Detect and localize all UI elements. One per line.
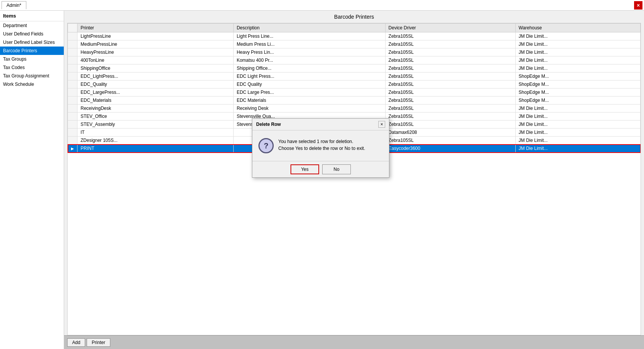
col-header-warehouse: Warehouse [515,24,640,32]
dialog-question-icon: ? [258,138,274,153]
row-printer: EDC_LargePress... [77,88,234,96]
sidebar-item-work-schedule[interactable]: Work Schedule [0,80,64,88]
dialog-yes-button[interactable]: Yes [291,164,319,174]
table-row[interactable]: ReceivingDeskReceiving DeskZebra105SLJM … [68,105,641,113]
sidebar-item-user-defined-fields[interactable]: User Defined Fields [0,30,64,38]
window-close-button[interactable]: × [634,1,642,10]
row-printer: LightPressLine [77,32,234,40]
sidebar-item-tax-groups[interactable]: Tax Groups [0,55,64,63]
sidebar-item-barcode-printers[interactable]: Barcode Printers [0,47,64,55]
main-panel: Barcode Printers Printer Description Dev… [64,11,644,349]
dialog-close-button[interactable]: × [378,121,385,128]
add-button[interactable]: Add [67,338,85,347]
content-area: Items Department User Defined Fields Use… [0,11,644,349]
row-device_driver: Zebra105SL [385,105,515,113]
row-warehouse: JM Die Limit... [515,113,640,121]
dialog-titlebar: Delete Row × [252,119,389,130]
table-row[interactable]: EDC_QualityEDC QualityZebra105SLShopEdge… [68,80,641,88]
row-warehouse: ShopEdge M... [515,96,640,105]
row-printer: STEV_Office [77,113,234,121]
dialog-body: ? You have selected 1 row for deletion. … [252,130,389,161]
row-selector-cell [68,105,77,113]
row-description: EDC Light Press... [233,72,385,80]
row-warehouse: ShopEdge M... [515,88,640,96]
row-device_driver: Zebra105SL [385,80,515,88]
dialog-message: You have selected 1 row for deletion. Ch… [278,138,365,152]
col-header-printer: Printer [77,24,234,32]
table-row[interactable]: LightPressLineLight Press Line...Zebra10… [68,32,641,40]
tab-modified: * [19,3,21,8]
sidebar-item-tax-codes[interactable]: Tax Codes [0,63,64,72]
row-device_driver: Zebra105SL [385,32,515,40]
row-selector-cell [68,121,77,129]
row-selector-cell [68,40,77,48]
row-selector-cell [68,88,77,96]
title-bar: Admin* × [0,0,644,11]
panel-title: Barcode Printers [64,11,644,23]
row-device_driver: Zebra105SL [385,40,515,48]
row-selector-cell [68,64,77,72]
row-selector-cell [68,80,77,88]
table-row[interactable]: HeavyPressLineHeavy Press Lin...Zebra105… [68,48,641,56]
sidebar-item-user-defined-label-sizes[interactable]: User Defined Label Sizes [0,38,64,47]
dialog-no-button[interactable]: No [322,164,351,174]
row-device_driver: Zebra105SL [385,121,515,129]
row-device_driver: Zebra105SL [385,72,515,80]
row-printer: ZDesigner 105S... [77,137,234,145]
row-selector-cell [68,56,77,64]
row-printer: ShippingOffice [77,64,234,72]
row-printer: HeavyPressLine [77,48,234,56]
row-warehouse: JM Die Limit... [515,64,640,72]
row-warehouse: JM Die Limit... [515,105,640,113]
row-description: EDC Materials [233,96,385,105]
col-header-selector [68,24,77,32]
table-row[interactable]: EDC_LightPress...EDC Light Press...Zebra… [68,72,641,80]
table-row[interactable]: MediumPressLineMedium Press Li...Zebra10… [68,40,641,48]
row-description: Medium Press Li... [233,40,385,48]
delete-row-dialog: Delete Row × ? You have selected 1 row f… [252,118,389,178]
row-warehouse: ShopEdge M... [515,72,640,80]
row-printer: IT [77,129,234,137]
row-selector-cell [68,72,77,80]
row-selector-cell [68,96,77,105]
row-description: Light Press Line... [233,32,385,40]
bottom-toolbar: Add Printer [64,335,644,349]
sidebar-header: Items [0,11,64,21]
row-warehouse: ShopEdge M... [515,80,640,88]
row-device_driver: Zebra105SL [385,48,515,56]
printer-button[interactable]: Printer [87,338,110,347]
row-warehouse: JM Die Limit... [515,32,640,40]
row-warehouse: JM Die Limit... [515,56,640,64]
row-printer: EDC_Materials [77,96,234,105]
table-row[interactable]: 400TonLineKomatsu 400 Pr...Zebra105SLJM … [68,56,641,64]
row-device_driver: Zebra105SL [385,88,515,96]
table-row[interactable]: EDC_MaterialsEDC MaterialsZebra105SLShop… [68,96,641,105]
row-warehouse: JM Die Limit... [515,137,640,145]
row-description: Heavy Press Lin... [233,48,385,56]
dialog-footer: Yes No [252,161,389,177]
row-device_driver: Zebra105SL [385,137,515,145]
col-header-description: Description [233,24,385,32]
row-warehouse: JM Die Limit... [515,40,640,48]
dialog-title: Delete Row [256,122,281,127]
table-row[interactable]: EDC_LargePress...EDC Large Pres...Zebra1… [68,88,641,96]
row-printer: PRINT [77,145,234,153]
row-printer: ReceivingDesk [77,105,234,113]
barcode-printers-table[interactable]: Printer Description Device Driver Wareho… [67,23,641,335]
row-printer: MediumPressLine [77,40,234,48]
row-device_driver: Zebra105SL [385,113,515,121]
sidebar-item-department[interactable]: Department [0,21,64,30]
admin-tab[interactable]: Admin* [2,1,26,9]
row-description: Receiving Desk [233,105,385,113]
row-warehouse: JM Die Limit... [515,129,640,137]
row-device_driver: Easycoder3600 [385,145,515,153]
row-printer: 400TonLine [77,56,234,64]
row-description: Komatsu 400 Pr... [233,56,385,64]
row-device_driver: Zebra105SL [385,96,515,105]
sidebar-item-tax-group-assignment[interactable]: Tax Group Assignment [0,72,64,80]
table-row[interactable]: ShippingOfficeShipping Office...Zebra105… [68,64,641,72]
row-device_driver: Zebra105SL [385,56,515,64]
row-warehouse: JM Die Limit... [515,121,640,129]
row-description: Shipping Office... [233,64,385,72]
row-device_driver: Datamax6208 [385,129,515,137]
